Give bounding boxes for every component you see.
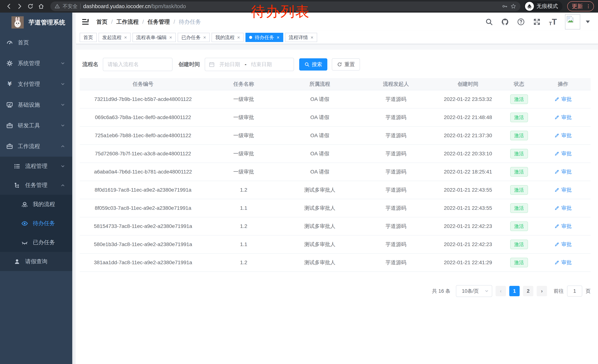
approve-button[interactable]: 审批 — [554, 132, 572, 139]
font-size-icon[interactable]: TT — [549, 18, 557, 26]
table-row: 73211d9d-7b9b-11ec-b5b7-acde48001122一级审批… — [80, 90, 590, 108]
close-icon[interactable]: × — [277, 35, 279, 40]
url-host: dashboard.yudao.iocoder.cn — [83, 3, 151, 9]
forward-button[interactable] — [15, 1, 25, 11]
url-path: /bpm/task/todo — [151, 3, 186, 9]
search-button[interactable]: 搜索 — [299, 58, 327, 71]
approve-button[interactable]: 审批 — [554, 168, 572, 175]
reload-button[interactable] — [25, 1, 35, 11]
pencil-icon — [554, 133, 559, 138]
tab-发起流程[interactable]: 发起流程× — [99, 33, 131, 42]
page-button-2[interactable]: 2 — [523, 286, 533, 296]
table-row: a6aba0a4-7b6d-11ec-b781-acde48001122一级审批… — [80, 163, 590, 181]
status-badge: 激活 — [510, 203, 528, 213]
tab-已办任务[interactable]: 已办任务× — [178, 33, 210, 42]
home-button[interactable] — [36, 1, 46, 11]
sidebar-item-基础设施[interactable]: 基础设施 — [0, 94, 72, 115]
column-header-3: 流程发起人 — [359, 81, 433, 88]
prev-page-button[interactable]: ‹ — [496, 286, 506, 296]
page-unit-label: 页 — [586, 288, 590, 294]
page-button-1[interactable]: 1 — [509, 286, 520, 296]
cell-process: 测试多审批人 — [281, 241, 359, 248]
approve-button[interactable]: 审批 — [554, 259, 572, 266]
sidebar-item-已办任务[interactable]: 已办任务 — [0, 233, 72, 252]
cell-task-id: 8f059c03-7ac8-11ec-a9e2-a2380e71991a — [80, 205, 206, 211]
avatar[interactable] — [565, 14, 580, 29]
omnibox-divider — [80, 4, 81, 9]
app-logo[interactable]: 芋道管理系统 — [0, 13, 72, 32]
dashboard-icon — [6, 39, 13, 46]
pencil-icon — [554, 205, 559, 211]
sidebar-item-待办任务[interactable]: 待办任务 — [0, 214, 72, 233]
browser-update-button[interactable]: 更新 — [567, 1, 594, 11]
cell-process: 测试多审批人 — [281, 186, 359, 194]
approve-button[interactable]: 审批 — [554, 96, 572, 103]
sidebar-item-流程管理[interactable]: 流程管理 — [0, 157, 72, 176]
sidebar-item-系统管理[interactable]: 系统管理 — [0, 53, 72, 74]
approve-button[interactable]: 审批 — [554, 241, 572, 248]
approve-button[interactable]: 审批 — [554, 186, 572, 194]
cell-initiator: 芋道源码 — [359, 168, 433, 175]
password-key-icon[interactable] — [502, 3, 508, 9]
close-icon[interactable]: × — [203, 35, 206, 40]
sidebar-item-请假查询[interactable]: 请假查询 — [0, 252, 72, 271]
browser-menu-dots-icon[interactable] — [586, 4, 591, 9]
end-date-input[interactable] — [248, 61, 275, 67]
pencil-icon — [554, 242, 559, 247]
table-row: 8f059c03-7ac8-11ec-a9e2-a2380e71991a1.1测… — [80, 199, 590, 217]
collapse-sidebar-icon[interactable] — [82, 18, 89, 26]
sidebar-item-工作流程[interactable]: 工作流程 — [0, 136, 72, 157]
approve-button[interactable]: 审批 — [554, 150, 572, 157]
close-icon[interactable]: × — [124, 35, 127, 40]
close-icon[interactable]: × — [237, 35, 240, 40]
tab-流程表单-编辑[interactable]: 流程表单-编辑× — [133, 33, 176, 42]
breadcrumb-item-2[interactable]: 任务管理 — [148, 18, 170, 26]
tab-我的流程[interactable]: 我的流程× — [212, 33, 244, 42]
cell-task-id: 069c6a63-7b8a-11ec-8ef0-acde48001122 — [80, 114, 206, 120]
pencil-icon — [554, 151, 559, 156]
cell-process: OA 请假 — [281, 114, 359, 121]
sidebar-item-首页[interactable]: 首页 — [0, 32, 72, 53]
goto-page-input[interactable] — [567, 285, 582, 297]
fullscreen-icon[interactable] — [533, 18, 541, 26]
breadcrumb-item-0[interactable]: 首页 — [96, 18, 108, 26]
tab-待办任务[interactable]: 待办任务× — [245, 33, 283, 42]
page-size-select[interactable]: 10条/页 — [456, 285, 492, 297]
approve-button[interactable]: 审批 — [554, 114, 572, 121]
eye-open-icon — [21, 220, 28, 227]
back-button[interactable] — [4, 1, 14, 11]
avatar-caret-down-icon[interactable] — [586, 21, 590, 23]
sidebar-item-支付管理[interactable]: ¥支付管理 — [0, 74, 72, 94]
url-bar[interactable]: 不安全 dashboard.yudao.iocoder.cn/bpm/task/… — [50, 1, 520, 11]
table-row: 8f0d1619-7ac8-11ec-a9e2-a2380e71991a1.2测… — [80, 181, 590, 199]
date-range-picker[interactable]: - — [205, 58, 294, 71]
cell-created-time: 2022-01-22 21:37:30 — [433, 133, 503, 138]
breadcrumb-separator: / — [174, 19, 175, 25]
github-icon[interactable] — [501, 18, 509, 26]
process-name-input[interactable] — [103, 58, 173, 71]
sidebar-item-研发工具[interactable]: 研发工具 — [0, 115, 72, 136]
tab-流程详情[interactable]: 流程详情× — [285, 33, 317, 42]
start-date-input[interactable] — [216, 61, 244, 67]
sidebar-scrollbar[interactable] — [72, 13, 76, 364]
bookmark-star-icon[interactable] — [510, 3, 516, 9]
approve-button[interactable]: 审批 — [554, 205, 572, 212]
breadcrumb-item-1[interactable]: 工作流程 — [116, 18, 139, 26]
question-icon[interactable] — [517, 18, 525, 26]
person-icon — [13, 258, 21, 265]
cell-task-id: 73211d9d-7b9b-11ec-b5b7-acde48001122 — [80, 96, 206, 102]
close-icon[interactable]: × — [311, 35, 314, 40]
approve-button[interactable]: 审批 — [554, 223, 572, 230]
eye-closed-icon — [21, 239, 28, 246]
cell-initiator: 芋道源码 — [359, 132, 433, 139]
cell-created-time: 2022-01-21 22:42:23 — [433, 242, 503, 247]
search-icon[interactable] — [485, 18, 493, 26]
tab-首页[interactable]: 首页 — [80, 33, 97, 42]
next-page-button[interactable]: › — [537, 286, 547, 296]
sidebar-item-我的流程[interactable]: 我的流程 — [0, 195, 72, 214]
reset-button[interactable]: 重置 — [332, 58, 360, 71]
sidebar-item-任务管理[interactable]: 任务管理 — [0, 176, 72, 195]
close-icon[interactable]: × — [169, 35, 172, 40]
cell-created-time: 2022-01-22 20:33:10 — [433, 151, 503, 157]
security-label: 不安全 — [63, 3, 78, 10]
